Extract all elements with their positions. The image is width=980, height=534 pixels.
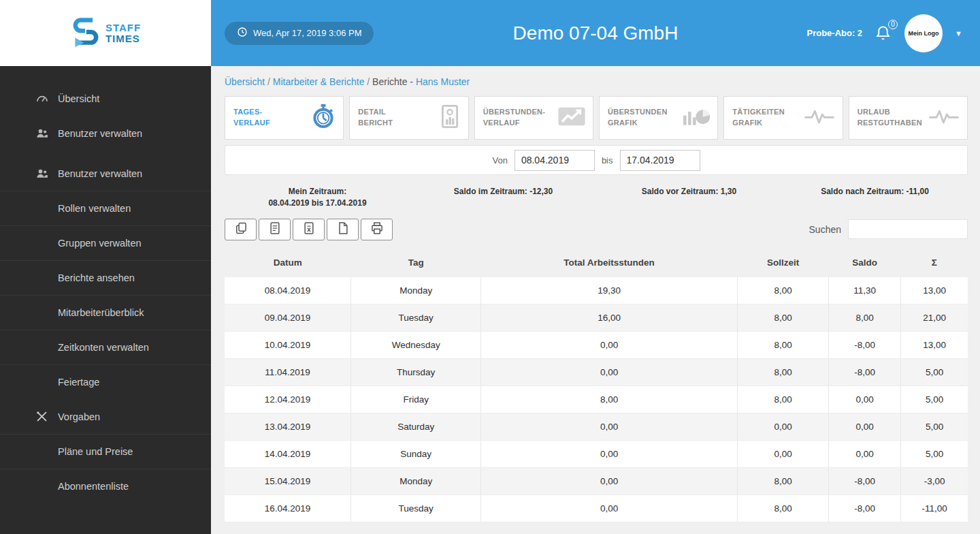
column-header-datum[interactable]: Datum: [225, 249, 351, 277]
tab-label: ÜBERSTUNDEN- VERLAUF: [483, 107, 546, 129]
table-cell: 8,00: [481, 386, 738, 413]
excel-export-button[interactable]: [293, 219, 325, 240]
table-cell: Wednesday: [351, 332, 481, 359]
sidebar-item-abonnentenliste[interactable]: Abonnentenliste: [0, 469, 211, 503]
users-icon: [35, 167, 49, 180]
table-cell: 8,00: [737, 468, 828, 495]
table-cell: Saturday: [351, 413, 481, 441]
notifications-bell-icon[interactable]: 0: [875, 25, 892, 42]
document-icon: [268, 221, 282, 238]
date-range-bar: Von bis: [225, 145, 968, 175]
summary-saldo-im-zeitraum: Saldo im Zeitraum: -12,30: [410, 186, 596, 198]
date-from-input[interactable]: [514, 150, 595, 171]
brand-logo: STAFF TIMES: [0, 0, 211, 66]
tab-detail-bericht[interactable]: DETAIL BERICHT: [349, 96, 468, 140]
breadcrumb-separator: /: [267, 76, 270, 87]
pulse-line-icon: [928, 106, 960, 130]
column-header-sum[interactable]: Σ: [901, 249, 968, 277]
tab-label-line2: RESTGUTHABEN: [858, 119, 922, 127]
table-cell: 11.04.2019: [225, 359, 351, 386]
tab-label-line1: URLAUB: [858, 108, 890, 116]
tab-ueberstunden-verlauf[interactable]: ÜBERSTUNDEN- VERLAUF: [474, 96, 593, 140]
pdf-export-button[interactable]: [327, 219, 359, 240]
table-cell: 15.04.2019: [225, 468, 351, 495]
tab-taetigkeiten-grafik[interactable]: TÄTIGKEITEN GRAFIK: [723, 96, 843, 140]
table-cell: 13.04.2019: [225, 413, 351, 441]
table-cell: 0,00: [737, 441, 828, 468]
sidebar-item-vorgaben[interactable]: Vorgaben: [0, 399, 211, 434]
table-cell: 10.04.2019: [225, 332, 351, 359]
table-cell: 08.04.2019: [225, 277, 351, 304]
summary-saldo-vor-zeitraum: Saldo vor Zeitraum: 1,30: [596, 186, 782, 198]
main-content: Übersicht / Mitarbeiter & Berichte / Ber…: [211, 66, 980, 534]
breadcrumb-person[interactable]: Hans Muster: [416, 76, 470, 87]
table-cell: 0,00: [481, 332, 738, 359]
von-label: Von: [492, 155, 507, 166]
table-cell: 8,00: [737, 304, 828, 332]
tab-urlaub-restguthaben[interactable]: URLAUB RESTGUTHABEN: [849, 96, 968, 140]
top-header: Wed, Apr 17, 2019 3:06 PM Demo 07-04 Gmb…: [211, 0, 980, 66]
table-cell: -11,00: [901, 495, 968, 522]
summary-zeitraum: Mein Zeitraum: 08.04.2019 bis 17.04.2019: [225, 186, 410, 209]
sidebar-item-label: Rollen verwalten: [58, 203, 131, 214]
table-cell: 8,00: [737, 277, 828, 304]
brand-name: STAFF TIMES: [105, 22, 141, 44]
breadcrumb-link-mitarbeiter-berichte[interactable]: Mitarbeiter & Berichte: [273, 76, 365, 87]
tab-label-line1: TÄTIGKEITEN: [732, 108, 785, 116]
table-row: 11.04.2019Thursday0,008,00-8,005,00: [225, 359, 968, 386]
table-cell: 8,00: [829, 304, 901, 332]
tab-ueberstunden-grafik[interactable]: ÜBERSTUNDEN GRAFIK: [599, 96, 718, 140]
table-cell: 19,30: [481, 277, 738, 304]
copy-icon: [234, 221, 248, 238]
sidebar-item-uebersicht[interactable]: Übersicht: [0, 81, 211, 116]
clock-icon: [237, 27, 248, 40]
table-row: 16.04.2019Tuesday0,008,00-8,00-11,00: [225, 495, 968, 522]
sidebar-item-benutzer-verwalten-1[interactable]: Benutzer verwalten: [0, 116, 211, 151]
export-toolbar: Suchen: [225, 219, 968, 240]
tab-label-line2: BERICHT: [358, 119, 393, 127]
table-row: 08.04.2019Monday19,308,0011,3013,00: [225, 277, 968, 304]
table-cell: 09.04.2019: [225, 304, 351, 332]
sidebar-item-label: Zeitkonten verwalten: [58, 342, 149, 353]
table-cell: -8,00: [829, 495, 901, 522]
bis-label: bis: [602, 155, 613, 166]
sidebar-item-feiertage[interactable]: Feiertage: [0, 364, 211, 399]
tab-label: ÜBERSTUNDEN GRAFIK: [608, 107, 668, 129]
tab-label: DETAIL BERICHT: [358, 107, 393, 129]
app-root: STAFF TIMES Wed, Apr 17, 2019 3:06 PM De…: [0, 0, 980, 534]
breadcrumb-link-uebersicht[interactable]: Übersicht: [225, 76, 265, 87]
sidebar-item-label: Berichte ansehen: [58, 272, 135, 283]
brand-name-line1: STAFF: [105, 22, 141, 33]
date-to-input[interactable]: [620, 150, 700, 171]
current-time-text: Wed, Apr 17, 2019 3:06 PM: [253, 28, 361, 38]
sidebar-item-benutzer-verwalten-2[interactable]: Benutzer verwalten: [0, 156, 211, 191]
tab-tagesverlauf[interactable]: TAGES- VERLAUF: [225, 96, 344, 140]
column-header-saldo[interactable]: Saldo: [829, 249, 901, 277]
sidebar-item-rollen-verwalten[interactable]: Rollen verwalten: [0, 191, 211, 225]
subscription-label: Probe-Abo: 2: [806, 28, 862, 38]
sidebar-item-gruppen-verwalten[interactable]: Gruppen verwalten: [0, 225, 211, 260]
column-header-total-arbeitsstunden[interactable]: Total Arbeitsstunden: [481, 249, 738, 277]
csv-export-button[interactable]: [259, 219, 291, 240]
column-header-sollzeit[interactable]: Sollzeit: [737, 249, 828, 277]
copy-button[interactable]: [225, 219, 257, 240]
table-row: 14.04.2019Sunday0,000,000,005,00: [225, 441, 968, 468]
table-cell: 5,00: [901, 441, 968, 468]
sidebar-item-mitarbeiterueberblick[interactable]: Mitarbeiterüberblick: [0, 295, 211, 330]
sidebar-item-label: Benutzer verwalten: [58, 128, 142, 139]
table-cell: -3,00: [901, 468, 968, 495]
chevron-down-icon[interactable]: ▼: [955, 29, 962, 37]
search-input[interactable]: [848, 219, 968, 239]
sidebar-item-plaene-und-preise[interactable]: Pläne und Preise: [0, 434, 211, 469]
excel-icon: [302, 221, 316, 238]
table-cell: Tuesday: [351, 495, 481, 522]
sidebar-item-zeitkonten-verwalten[interactable]: Zeitkonten verwalten: [0, 330, 211, 364]
print-button[interactable]: [361, 219, 393, 240]
table-cell: 21,00: [901, 304, 968, 332]
table-cell: 0,00: [481, 413, 738, 441]
table-cell: 0,00: [737, 413, 828, 441]
sidebar-item-berichte-ansehen[interactable]: Berichte ansehen: [0, 260, 211, 295]
column-header-tag[interactable]: Tag: [351, 249, 481, 277]
avatar[interactable]: Mein Logo: [904, 14, 943, 52]
staff-times-logo-icon: [70, 16, 101, 51]
